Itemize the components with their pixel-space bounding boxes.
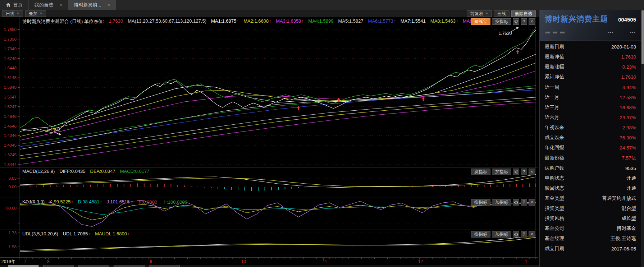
tab-watchlist[interactable]: 我的自选 × (29, 0, 68, 10)
close-icon[interactable]: × (59, 2, 62, 8)
tab-watchlist-label: 我的自选 (35, 2, 53, 8)
row-value: 9535 (625, 166, 636, 171)
sidebar-scrollbar[interactable] (641, 10, 644, 267)
switch-indicator-button[interactable]: 换指标 (471, 199, 490, 206)
svg-text:80.00: 80.00 (6, 206, 17, 210)
delete-watchlist-button[interactable]: 删除自选 (511, 10, 536, 17)
row-value: 2017-06-05 (611, 246, 636, 252)
fund-info-row: 近一月12.58% (540, 92, 644, 102)
bottom-tab[interactable] (43, 265, 74, 267)
row-label: 年化回报 (545, 144, 564, 151)
chevron-down-icon: ▼ (485, 11, 488, 17)
period-dropdown[interactable]: 日线 ▼ (2, 10, 23, 17)
settings-gear-icon[interactable] (513, 169, 519, 175)
row-label: 基金经理 (545, 235, 564, 242)
header-segment: K:99.5225↑ (49, 199, 73, 206)
down-arrow-icon: ↓ (130, 199, 132, 204)
row-label: 成立日期 (545, 245, 564, 252)
svg-text:1.4346: 1.4346 (4, 133, 17, 138)
header-segment: D:98.4581↑ (78, 199, 102, 206)
close-icon[interactable]: × (529, 169, 535, 175)
placeholder-dashes (545, 32, 565, 33)
close-icon[interactable]: × (107, 2, 110, 8)
fund-info-row: 认购户数9535 (540, 163, 644, 173)
row-label: 近一月 (545, 94, 559, 101)
adjust-mode-dropdown[interactable]: 前复权 ▼ (467, 10, 492, 17)
bottom-tab[interactable] (149, 265, 180, 267)
adjust-mode-label: 前复权 (470, 11, 483, 17)
header-segment: 上:100.0000 (162, 199, 187, 206)
scrollbar-thumb[interactable] (641, 10, 644, 64)
kdj-pane-tools: 换指标 加指标 ? × (471, 199, 535, 206)
fund-info-row: 最新净值1.7630 (540, 52, 644, 62)
chart-toolbar: 日线 ▼ 叠加 ▼ 前复权 ▼ 画线 删除自选 (0, 10, 539, 17)
up-arrow-icon: ↑ (269, 19, 271, 24)
close-icon[interactable]: × (529, 18, 535, 25)
svg-text:1.3745: 1.3745 (4, 153, 17, 157)
tab-fund[interactable]: 博时新兴消... × (68, 0, 116, 10)
row-label: 基金类型 (545, 195, 564, 202)
chevron-down-icon: ▼ (17, 11, 19, 17)
fund-info-row: 成立日期2017-06-05 (540, 244, 644, 254)
settings-gear-icon[interactable] (513, 231, 519, 238)
bottom-tab[interactable] (78, 265, 109, 267)
switch-indicator-button[interactable]: 换指标 (471, 169, 490, 175)
bottom-tab[interactable] (8, 265, 39, 267)
row-value: 4.94% (622, 85, 636, 90)
fund-info-row: 申购状态开通 (540, 173, 644, 183)
fund-code: 004505 (618, 17, 636, 23)
switch-indicator-button[interactable]: 换指标 (471, 231, 490, 238)
svg-text:1.6448: 1.6448 (4, 66, 17, 70)
close-icon[interactable]: × (529, 199, 535, 206)
macd-pane-tools: 换指标 加指标 ? × (471, 169, 535, 175)
svg-text:0.00: 0.00 (9, 185, 17, 189)
udl-header: UDL(3,5,10,20,6)UDL:1.7085↑MAUDL:1.6800↑ (22, 231, 129, 236)
row-label: 申购状态 (545, 175, 564, 181)
row-value: 1.7630 (621, 54, 636, 60)
add-indicator-button[interactable]: 加指标 (492, 169, 511, 175)
fund-info-rows: 最新日期2020-01-03最新净值1.7630最新涨幅0.23%累计净值1.7… (540, 41, 644, 254)
bottom-tab[interactable] (114, 265, 145, 267)
help-icon[interactable]: ? (521, 169, 527, 175)
tab-home[interactable]: 首页 (0, 0, 29, 10)
add-indicator-button[interactable]: 加指标 (492, 231, 511, 238)
help-icon[interactable]: ? (521, 199, 527, 206)
home-icon (6, 3, 11, 7)
header-segment: DEA:0.0347 (90, 169, 115, 174)
fund-info-row: 累计净值1.7630 (540, 72, 644, 82)
fund-info-row: 投资风格成长型 (540, 213, 644, 224)
switch-indicator-button[interactable]: 换指标 (492, 18, 511, 25)
main-chart-plot[interactable]: 1.76501.73501.70491.67491.64481.61481.58… (0, 17, 538, 167)
svg-text:1.7350: 1.7350 (4, 37, 17, 41)
settings-gear-icon[interactable] (513, 18, 519, 25)
x-axis-month-label: 9 (150, 259, 152, 264)
row-label: 投资风格 (545, 215, 564, 222)
up-arrow-icon: ↑ (88, 231, 90, 236)
help-icon[interactable]: ? (521, 18, 527, 25)
kdj-header: KDJ(9,3,3)K:99.5225↑D:98.4581↑J:101.6515… (22, 199, 187, 206)
x-axis-month-label: 12 (418, 259, 423, 264)
main-pane-tools: 短线宝 换指标 ? × (471, 18, 535, 25)
add-indicator-button[interactable]: 加指标 (492, 199, 511, 206)
toolbar-right-group: 前复权 ▼ 画线 删除自选 (467, 10, 539, 17)
overlay-dropdown[interactable]: 叠加 ▼ (25, 10, 46, 17)
row-label: 年初以来 (545, 124, 564, 131)
help-icon[interactable]: ? (521, 231, 527, 238)
delete-watchlist-label: 删除自选 (515, 11, 532, 17)
draw-line-button[interactable]: 画线 (494, 10, 510, 17)
udl-pane-tools: 换指标 加指标 ? × (471, 231, 535, 238)
row-label: 基金公司 (545, 225, 564, 232)
udl-pane: 1.731.58 UDL(3,5,10,20,6)UDL:1.7085↑MAUD… (0, 230, 538, 258)
up-arrow-icon: ↑ (127, 231, 129, 236)
row-value: 混合型 (622, 205, 636, 212)
svg-text:0.03: 0.03 (9, 176, 17, 180)
header-segment: MA1:1.6875↑ (211, 18, 239, 25)
svg-text:1.7049: 1.7049 (4, 47, 17, 51)
tab-fund-label: 博时新兴消... (74, 2, 101, 8)
fund-title: 博时新兴消费主题 (545, 14, 608, 24)
row-label: 赎回状态 (545, 185, 564, 192)
close-icon[interactable]: × (529, 231, 535, 238)
settings-gear-icon[interactable] (513, 199, 519, 206)
row-label: 近六月 (545, 114, 559, 121)
shortline-treasure-button[interactable]: 短线宝 (471, 18, 490, 25)
